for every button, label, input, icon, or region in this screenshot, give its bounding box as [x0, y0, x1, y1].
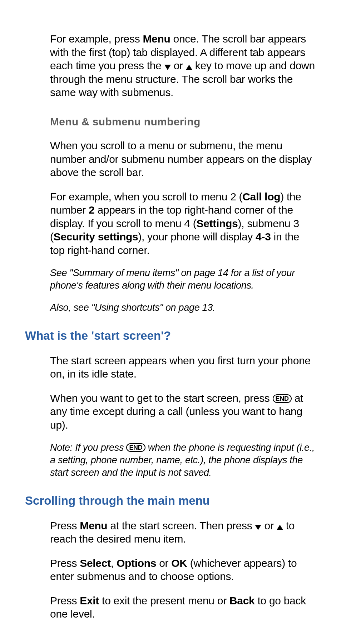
text: or — [261, 520, 276, 531]
ok-label: OK — [171, 557, 187, 569]
note-see-shortcuts: Also, see "Using shortcuts" on page 13. — [50, 301, 316, 314]
paragraph-numbering-2: For example, when you scroll to menu 2 (… — [50, 190, 316, 257]
heading-start-screen: What is the 'start screen'? — [25, 328, 316, 343]
menu-label: Menu — [143, 33, 170, 45]
call-log-label: Call log — [242, 191, 280, 203]
up-arrow-icon — [186, 65, 192, 70]
text: Press — [50, 595, 80, 606]
text: Press — [50, 520, 80, 531]
number-2: 2 — [89, 204, 94, 216]
paragraph-start-1: The start screen appears when you first … — [50, 354, 316, 381]
end-key-icon: END — [126, 443, 145, 452]
security-settings-label: Security settings — [54, 231, 138, 243]
text: ), your phone will display — [138, 231, 256, 243]
text: Press — [50, 557, 80, 569]
options-label: Options — [117, 557, 156, 569]
text: When you want to get to the start screen… — [50, 392, 273, 404]
paragraph-scroll-1: Press Menu at the start screen. Then pre… — [50, 519, 316, 546]
text: at the start screen. Then press — [107, 520, 255, 531]
paragraph-numbering-1: When you scroll to a menu or submenu, th… — [50, 139, 316, 179]
text: For example, press — [50, 33, 143, 45]
menu-label: Menu — [80, 520, 107, 531]
paragraph-intro: For example, press Menu once. The scroll… — [50, 32, 316, 99]
text: Note: If you press — [50, 442, 126, 453]
subheading-menu-numbering: Menu & submenu numbering — [50, 115, 316, 129]
down-arrow-icon — [164, 65, 171, 70]
select-label: Select — [80, 557, 111, 569]
back-label: Back — [229, 595, 255, 606]
down-arrow-icon — [255, 525, 261, 530]
end-key-icon: END — [273, 394, 292, 403]
note-end-key: Note: If you press END when the phone is… — [50, 441, 316, 479]
up-arrow-icon — [277, 525, 283, 530]
page-content: For example, press Menu once. The scroll… — [0, 0, 341, 644]
number-4-3: 4-3 — [256, 231, 271, 243]
paragraph-start-2: When you want to get to the start screen… — [50, 391, 316, 432]
exit-label: Exit — [80, 595, 99, 606]
text: or — [156, 557, 171, 569]
heading-scrolling: Scrolling through the main menu — [25, 493, 316, 508]
text: For example, when you scroll to menu 2 ( — [50, 191, 242, 203]
paragraph-scroll-2: Press Select, Options or OK (whichever a… — [50, 556, 316, 583]
note-see-summary: See "Summary of menu items" on page 14 f… — [50, 267, 316, 292]
paragraph-scroll-3: Press Exit to exit the present menu or B… — [50, 594, 316, 621]
text: , — [111, 557, 117, 569]
settings-label: Settings — [196, 218, 238, 229]
text: or — [171, 60, 186, 71]
text: to exit the present menu or — [99, 595, 229, 606]
